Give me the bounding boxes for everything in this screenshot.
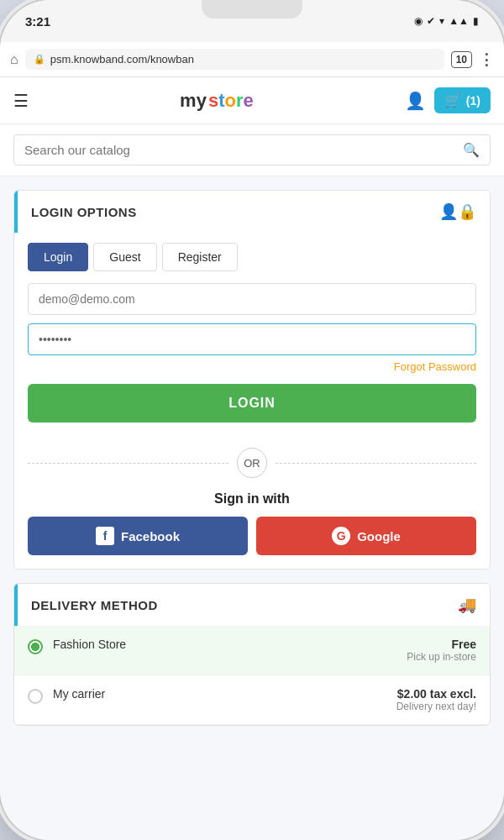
email-input[interactable] <box>28 283 476 315</box>
search-bar[interactable]: 🔍 <box>13 134 491 165</box>
login-form: Forgot Password LOGIN <box>14 271 490 434</box>
phone-frame: 3:21 ◉ ✔ ▾ ▲▲ ▮ ⌂ 🔒 psm.knowband.com/kno… <box>0 0 504 840</box>
logo: my store <box>180 90 254 112</box>
battery-icon: ▮ <box>473 15 479 27</box>
wifi-icon: ▾ <box>439 15 444 27</box>
logo-text-my: my <box>180 90 207 112</box>
price-sub-1: Delivery next day! <box>396 701 476 712</box>
delivery-price-1: $2.00 tax excl. Delivery next day! <box>396 687 476 712</box>
cart-button[interactable]: 🛒 (1) <box>434 87 491 113</box>
tab-count[interactable]: 10 <box>451 51 472 68</box>
search-icon: 🔍 <box>463 142 480 158</box>
home-icon[interactable]: ⌂ <box>10 52 18 67</box>
main-area: LOGIN OPTIONS 👤🔒 Login Guest Register Fo… <box>0 176 504 739</box>
cart-icon: 🛒 <box>444 92 461 108</box>
check-icon: ✔ <box>427 15 435 27</box>
login-button[interactable]: LOGIN <box>28 384 476 423</box>
page-content: ☰ my store 👤 🛒 (1) 🔍 <box>0 77 504 840</box>
tab-login[interactable]: Login <box>28 243 88 271</box>
signal-icon: ▲▲ <box>449 15 469 27</box>
search-container: 🔍 <box>0 124 504 176</box>
or-badge: OR <box>237 448 267 478</box>
browser-menu-icon[interactable]: ⋮ <box>479 50 494 69</box>
facebook-login-button[interactable]: f Facebook <box>28 517 248 555</box>
logo-text-store: store <box>208 90 254 112</box>
delivery-info-0: Fashion Store <box>53 638 407 651</box>
google-label: Google <box>357 529 401 543</box>
delivery-title: DELIVERY METHOD <box>31 598 158 612</box>
lock-icon: 🔒 <box>34 54 45 65</box>
login-options-title: LOGIN OPTIONS <box>31 205 137 219</box>
notch <box>202 0 302 18</box>
delivery-price-0: Free Pick up in-store <box>407 638 476 663</box>
url-text: psm.knowband.com/knowban <box>50 53 436 66</box>
social-section: Sign in with f Facebook G Google <box>14 491 490 569</box>
tab-guest[interactable]: Guest <box>93 243 156 271</box>
menu-icon[interactable]: ☰ <box>13 91 29 111</box>
radio-unselected[interactable] <box>28 689 43 704</box>
facebook-label: Facebook <box>121 529 180 543</box>
login-tabs: Login Guest Register <box>14 233 490 271</box>
or-divider: OR <box>14 448 490 478</box>
radio-selected[interactable] <box>28 639 43 654</box>
delivery-card: DELIVERY METHOD 🚚 Fashion Store Free Pic… <box>13 583 491 726</box>
delivery-name-1: My carrier <box>53 687 396 701</box>
social-buttons: f Facebook G Google <box>28 517 476 555</box>
url-bar[interactable]: 🔒 psm.knowband.com/knowban <box>25 49 444 70</box>
cart-count: (1) <box>466 94 480 108</box>
header-right: 👤 🛒 (1) <box>405 87 491 113</box>
status-icons: ◉ ✔ ▾ ▲▲ ▮ <box>414 15 479 27</box>
or-line-right <box>276 463 476 464</box>
delivery-option-0[interactable]: Fashion Store Free Pick up in-store <box>14 626 490 675</box>
delivery-option-1[interactable]: My carrier $2.00 tax excl. Delivery next… <box>14 675 490 725</box>
forgot-password-link[interactable]: Forgot Password <box>28 359 476 374</box>
app-header: ☰ my store 👤 🛒 (1) <box>0 77 504 124</box>
search-input[interactable] <box>24 143 463 157</box>
price-sub-0: Pick up in-store <box>407 651 476 663</box>
user-lock-icon: 👤🔒 <box>439 202 476 221</box>
google-login-button[interactable]: G Google <box>256 517 476 555</box>
status-time: 3:21 <box>25 14 50 29</box>
delivery-truck-icon: 🚚 <box>458 596 476 614</box>
price-main-0: Free <box>407 638 476 651</box>
user-icon[interactable]: 👤 <box>405 91 426 111</box>
delivery-card-header: DELIVERY METHOD 🚚 <box>14 584 490 626</box>
login-card-header: LOGIN OPTIONS 👤🔒 <box>14 191 490 233</box>
password-input[interactable] <box>28 323 476 355</box>
location-icon: ◉ <box>414 15 423 27</box>
browser-bar: ⌂ 🔒 psm.knowband.com/knowban 10 ⋮ <box>0 42 504 77</box>
or-line-left <box>28 463 228 464</box>
delivery-info-1: My carrier <box>53 687 396 701</box>
google-icon: G <box>332 527 350 545</box>
facebook-icon: f <box>96 527 114 545</box>
sign-in-with-label: Sign in with <box>28 491 476 507</box>
forgot-password-anchor[interactable]: Forgot Password <box>394 360 476 373</box>
price-main-1: $2.00 tax excl. <box>396 687 476 701</box>
delivery-name-0: Fashion Store <box>53 638 407 651</box>
tab-register[interactable]: Register <box>162 243 238 271</box>
login-card: LOGIN OPTIONS 👤🔒 Login Guest Register Fo… <box>13 190 491 570</box>
